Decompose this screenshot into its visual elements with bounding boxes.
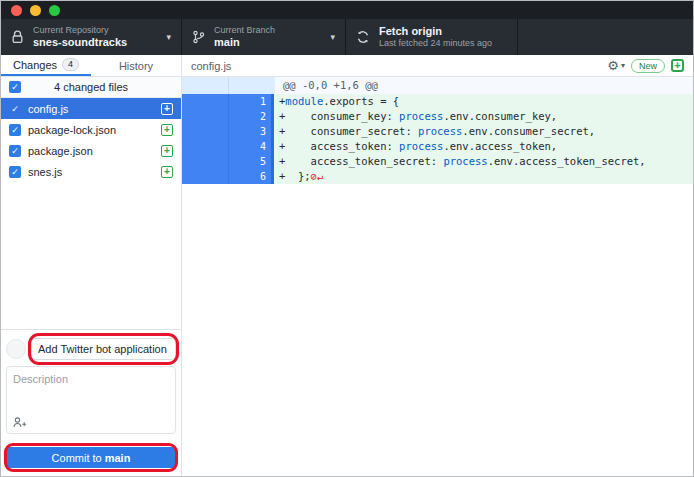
gear-icon: ⚙ (607, 59, 619, 72)
chevron-down-icon: ▾ (158, 32, 171, 42)
sync-icon (356, 30, 370, 44)
commit-form: Commit to main (1, 329, 181, 476)
diff-gutter-new[interactable]: 2 (228, 109, 274, 124)
current-repository-dropdown[interactable]: Current Repository snes-soundtracks ▾ (1, 19, 182, 55)
commit-summary-wrap (31, 338, 176, 360)
diff-gutter-old[interactable] (182, 139, 228, 154)
toolbar: Current Repository snes-soundtracks ▾ Cu… (1, 19, 693, 55)
diff-line-4[interactable]: 4+ access_token: process.env.access_toke… (182, 139, 693, 154)
file-status-added-icon: + (161, 124, 173, 136)
file-row-config.js[interactable]: ✓config.js+ (1, 98, 181, 119)
new-file-badge: New (631, 59, 665, 73)
diff-options-button[interactable]: ⚙ ▾ (607, 59, 625, 72)
toolbar-empty-area (518, 19, 693, 55)
diff-code-line: + };⊘↵ (274, 169, 693, 184)
hunk-header-text: @@ -0,0 +1,6 @@ (274, 77, 693, 94)
changed-files-list: ✓config.js+✓package-lock.json+✓package.j… (1, 98, 181, 329)
diff-code-line: +module.exports = { (274, 94, 693, 109)
fetch-title: Fetch origin (379, 25, 492, 38)
lock-icon (11, 30, 24, 44)
diff-gutter-old[interactable] (182, 94, 228, 109)
fetch-subtitle: Last fetched 24 minutes ago (379, 38, 492, 49)
avatar (6, 339, 26, 359)
diff-line-3[interactable]: 3+ consumer_secret: process.env.consumer… (182, 124, 693, 139)
current-branch-dropdown[interactable]: Current Branch main ▾ (182, 19, 346, 55)
file-row-package.json[interactable]: ✓package.json+ (1, 140, 181, 161)
diff-panel: config.js ⚙ ▾ New + @@ -0,0 +1,6 @@ 1+mo… (182, 55, 693, 476)
diff-header-actions: ⚙ ▾ New + (607, 59, 684, 73)
commit-summary-input[interactable] (31, 338, 176, 360)
diff-gutter-old[interactable] (182, 124, 228, 139)
file-checkbox[interactable]: ✓ (9, 103, 21, 115)
file-row-package-lock.json[interactable]: ✓package-lock.json+ (1, 119, 181, 140)
diff-line-5[interactable]: 5+ access_token_secret: process.env.acce… (182, 154, 693, 169)
changes-count-badge: 4 (62, 58, 79, 71)
diff-header: config.js ⚙ ▾ New + (182, 55, 693, 77)
sidebar: Changes 4 History ✓ 4 changed files ✓con… (1, 55, 182, 476)
commit-description-input[interactable] (7, 367, 175, 411)
repository-name: snes-soundtracks (33, 36, 127, 49)
tab-history[interactable]: History (91, 55, 181, 76)
sidebar-tabs: Changes 4 History (1, 55, 181, 77)
diff-code-line: + access_token_secret: process.env.acces… (274, 154, 693, 169)
hunk-gutter-new (228, 77, 274, 94)
diff-gutter-old[interactable] (182, 154, 228, 169)
diff-line-2[interactable]: 2+ consumer_key: process.env.consumer_ke… (182, 109, 693, 124)
branch-name: main (214, 36, 275, 49)
file-row-snes.js[interactable]: ✓snes.js+ (1, 161, 181, 182)
file-status-added-icon: + (161, 166, 173, 178)
hunk-gutter-old (182, 77, 228, 94)
minimize-button[interactable] (30, 5, 41, 16)
diff-gutter-new[interactable]: 4 (228, 139, 274, 154)
file-checkbox[interactable]: ✓ (9, 124, 21, 136)
chevron-down-icon: ▾ (322, 32, 335, 42)
diff-gutter-old[interactable] (182, 109, 228, 124)
file-checkbox[interactable]: ✓ (9, 145, 21, 157)
main-content: Changes 4 History ✓ 4 changed files ✓con… (1, 55, 693, 476)
hunk-header-row: @@ -0,0 +1,6 @@ (182, 77, 693, 94)
file-name: package.json (28, 145, 154, 157)
commit-button[interactable]: Commit to main (6, 447, 176, 468)
file-checkbox[interactable]: ✓ (9, 166, 21, 178)
diff-file-name: config.js (191, 60, 607, 72)
diff-gutter-new[interactable]: 3 (228, 124, 274, 139)
changed-files-count: 4 changed files (1, 81, 181, 93)
diff-code-line: + consumer_key: process.env.consumer_key… (274, 109, 693, 124)
diff-line-1[interactable]: 1+module.exports = { (182, 94, 693, 109)
diff-lines: 1+module.exports = {2+ consumer_key: pro… (182, 94, 693, 184)
github-desktop-window: Current Repository snes-soundtracks ▾ Cu… (0, 0, 694, 477)
file-name: snes.js (28, 166, 154, 178)
commit-button-prefix: Commit to (52, 452, 102, 464)
tab-changes-label: Changes (13, 59, 57, 71)
commit-button-branch: main (105, 452, 131, 464)
branch-label: Current Branch (214, 25, 275, 36)
add-coauthor-icon[interactable] (13, 417, 27, 428)
chevron-down-icon: ▾ (621, 61, 625, 70)
diff-line-6[interactable]: 6+ };⊘↵ (182, 169, 693, 184)
file-added-icon[interactable]: + (671, 59, 684, 72)
tab-changes[interactable]: Changes 4 (1, 55, 91, 76)
commit-summary-row (6, 338, 176, 360)
diff-code-line: + consumer_secret: process.env.consumer_… (274, 124, 693, 139)
fetch-origin-button[interactable]: Fetch origin Last fetched 24 minutes ago (346, 19, 518, 55)
file-status-added-icon: + (161, 103, 173, 115)
repository-label: Current Repository (33, 25, 127, 36)
tab-history-label: History (119, 60, 153, 72)
close-button[interactable] (11, 5, 22, 16)
diff-code-line: + access_token: process.env.access_token… (274, 139, 693, 154)
diff-gutter-old[interactable] (182, 169, 228, 184)
maximize-button[interactable] (49, 5, 60, 16)
commit-description-box (6, 366, 176, 434)
diff-gutter-new[interactable]: 1 (228, 94, 274, 109)
diff-gutter-new[interactable]: 5 (228, 154, 274, 169)
changed-files-header: ✓ 4 changed files (1, 77, 181, 98)
diff-gutter-new[interactable]: 6 (228, 169, 274, 184)
titlebar (1, 1, 693, 19)
git-branch-icon (192, 30, 205, 44)
file-status-added-icon: + (161, 145, 173, 157)
file-name: config.js (28, 103, 154, 115)
file-name: package-lock.json (28, 124, 154, 136)
commit-button-wrap: Commit to main (6, 447, 176, 468)
